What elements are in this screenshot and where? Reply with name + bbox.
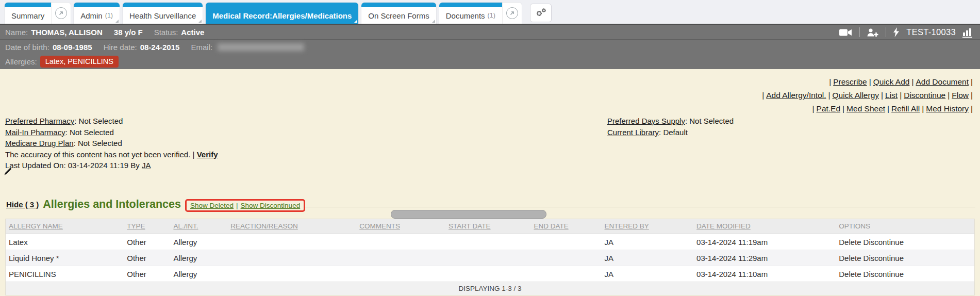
chart-icon[interactable] xyxy=(962,27,973,38)
divider xyxy=(886,27,886,37)
last-updated-row: Last Updated On: 03-14-2024 11:19 By JA xyxy=(5,160,218,171)
name-label: Name: xyxy=(5,28,28,37)
header-start-date[interactable]: START DATE xyxy=(445,219,530,234)
tooltip-artifact xyxy=(391,210,546,219)
discontinue-link[interactable]: Discontinue xyxy=(904,91,945,100)
action-links-row-2: |Add Allergy/Intol.|Quick Allergy|List|D… xyxy=(760,89,975,102)
hide-count-link[interactable]: Hide ( 3 ) xyxy=(6,200,39,209)
days-supply-row: Preferred Days Supply: Not Selected xyxy=(607,116,734,127)
header-reaction-reason[interactable]: REACTION/REASON xyxy=(227,219,356,234)
quick-allergy-link[interactable]: Quick Allergy xyxy=(833,91,879,100)
add-allergy-intol-link[interactable]: Add Allergy/Intol. xyxy=(766,91,826,100)
patient-record-id: TEST-10033 xyxy=(906,27,956,37)
allergies-badge: Latex, PENICILLINS xyxy=(40,56,119,68)
days-supply-link[interactable]: Preferred Days Supply xyxy=(607,117,685,125)
settings-button[interactable] xyxy=(530,4,552,22)
delete-action[interactable]: Delete xyxy=(839,238,861,246)
tab-summary[interactable]: Summary xyxy=(5,3,71,24)
tab-on-screen-forms[interactable]: On Screen Forms xyxy=(361,3,436,24)
gears-icon xyxy=(535,8,546,18)
tab-label: Documents xyxy=(446,11,485,20)
add-person-icon[interactable] xyxy=(867,28,879,37)
tab-popout-button[interactable] xyxy=(51,3,71,24)
header-comments[interactable]: COMMENTS xyxy=(356,219,445,234)
med-sheet-link[interactable]: Med Sheet xyxy=(846,104,885,113)
hire-date-label: Hire date: xyxy=(104,43,137,52)
tab-accent-bar xyxy=(206,3,358,7)
medicare-plan-link[interactable]: Medicare Drug Plan xyxy=(5,139,74,147)
patient-name: THOMAS, ALLISON xyxy=(31,28,103,37)
edit-pencil-icon[interactable] xyxy=(4,167,12,176)
med-history-link[interactable]: Med History xyxy=(926,104,969,113)
updated-by-link[interactable]: JA xyxy=(142,161,151,170)
tab-admin[interactable]: Admin(1) xyxy=(74,3,120,24)
cell-type: Other xyxy=(124,250,170,266)
quick-add-link[interactable]: Quick Add xyxy=(873,77,910,86)
main-content: |Prescribe|Quick Add|Add Document| |Add … xyxy=(0,69,980,296)
patient-age-sex: 38 y/o F xyxy=(114,28,143,37)
cell-start-date xyxy=(445,234,530,250)
cell-allergy-name: Latex xyxy=(6,234,124,250)
tab-medical-record-allergies-medications[interactable]: Medical Record:Allergies/Medications xyxy=(206,3,358,24)
header-end-date[interactable]: END DATE xyxy=(530,219,601,234)
current-library-link[interactable]: Current Library xyxy=(607,128,659,137)
header-type[interactable]: TYPE xyxy=(124,219,170,234)
tab-count: (1) xyxy=(488,12,495,19)
cell-al-int: Allergy xyxy=(170,250,227,266)
tab-documents[interactable]: Documents(1) xyxy=(439,3,522,24)
patient-email-redacted xyxy=(218,43,304,51)
lightning-icon[interactable] xyxy=(893,27,900,37)
cell-options: DeleteDiscontinue xyxy=(836,250,974,266)
mailin-pharmacy-link[interactable]: Mail-In Pharmacy xyxy=(5,128,65,137)
delete-action[interactable]: Delete xyxy=(839,270,861,278)
tab-count: (1) xyxy=(105,12,113,19)
medicare-plan-row: Medicare Drug Plan: Not Selected xyxy=(5,138,218,149)
separator: | xyxy=(236,202,238,209)
tab-label: Summary xyxy=(11,11,44,20)
verify-link[interactable]: Verify xyxy=(197,150,218,159)
cell-options: DeleteDiscontinue xyxy=(836,266,974,282)
tab-bar: Summary Admin(1) Health Surveillance Med… xyxy=(0,0,980,24)
list-link[interactable]: List xyxy=(885,91,898,100)
refill-all-link[interactable]: Refill All xyxy=(891,104,920,113)
show-deleted-link[interactable]: Show Deleted xyxy=(190,202,234,209)
tab-label: Medical Record:Allergies/Medications xyxy=(212,11,352,20)
prescribe-link[interactable]: Prescribe xyxy=(833,77,867,86)
colon: : xyxy=(685,117,687,125)
video-call-icon[interactable] xyxy=(839,28,853,37)
flow-link[interactable]: Flow xyxy=(952,91,969,100)
cell-type: Other xyxy=(124,266,170,282)
show-discontinued-link[interactable]: Show Discontinued xyxy=(241,202,301,209)
header-allergy-name[interactable]: ALLERGY NAME xyxy=(6,219,124,234)
current-library-row: Current Library: Default xyxy=(607,127,734,138)
pharmacy-info-block: Preferred Pharmacy: Not Selected Mail-In… xyxy=(5,116,218,171)
header-options: OPTIONS xyxy=(836,219,974,234)
tab-label: Admin xyxy=(80,11,103,20)
separator: | xyxy=(911,77,913,86)
cell-date-modified: 03-14-2024 11:10am xyxy=(693,266,836,282)
header-al-int[interactable]: AL./INT. xyxy=(170,219,227,234)
pat-ed-link[interactable]: Pat.Ed xyxy=(817,104,841,113)
accuracy-row: The accuracy of this content has not yet… xyxy=(5,149,218,160)
medicare-plan-value: Not Selected xyxy=(78,139,122,147)
patient-status: Active xyxy=(181,28,204,37)
header-icon-group: TEST-10033 xyxy=(839,25,973,40)
patient-header: Name: THOMAS, ALLISON 38 y/o F Status: A… xyxy=(0,24,980,69)
cell-allergy-name: PENICILLINS xyxy=(6,266,124,282)
separator: | xyxy=(828,91,830,100)
add-document-link[interactable]: Add Document xyxy=(916,77,969,86)
tab-popout-button[interactable] xyxy=(502,3,522,24)
cell-entered-by: JA xyxy=(602,234,694,250)
discontinue-action[interactable]: Discontinue xyxy=(863,238,904,246)
preferred-pharmacy-link[interactable]: Preferred Pharmacy xyxy=(5,117,74,125)
header-entered-by[interactable]: ENTERED BY xyxy=(602,219,694,234)
separator: | xyxy=(900,91,902,100)
header-date-modified[interactable]: DATE MODIFIED xyxy=(693,219,836,234)
section-title: Allergies and Intolerances xyxy=(43,198,181,211)
tab-health-surveillance[interactable]: Health Surveillance xyxy=(123,3,203,24)
discontinue-action[interactable]: Discontinue xyxy=(863,254,904,262)
delete-action[interactable]: Delete xyxy=(839,254,861,262)
allergies-label: Allergies: xyxy=(5,57,37,66)
separator: | xyxy=(193,150,195,159)
discontinue-action[interactable]: Discontinue xyxy=(863,270,904,278)
